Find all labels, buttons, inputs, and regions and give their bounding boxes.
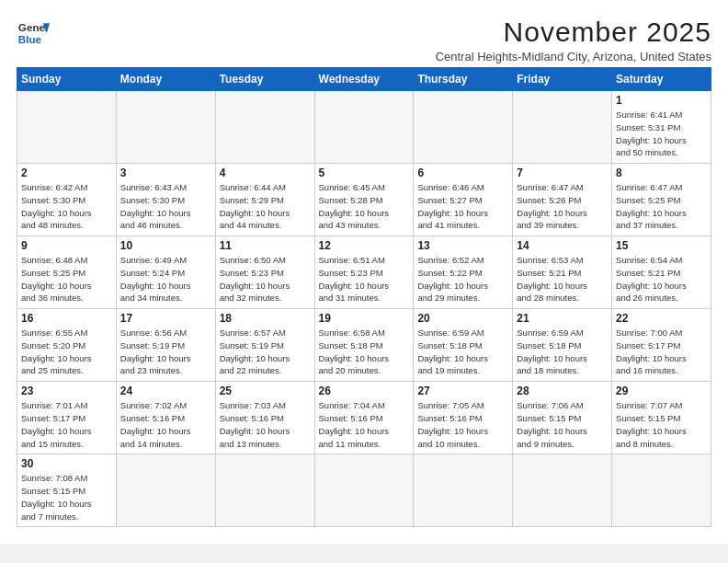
- day-cell: 23Sunrise: 7:01 AM Sunset: 5:17 PM Dayli…: [17, 382, 117, 454]
- day-number: 6: [417, 167, 508, 179]
- day-number: 23: [21, 385, 112, 397]
- day-cell: 8Sunrise: 6:47 AM Sunset: 5:25 PM Daylig…: [612, 164, 711, 236]
- day-info: Sunrise: 6:52 AM Sunset: 5:22 PM Dayligh…: [417, 254, 508, 304]
- week-row-3: 9Sunrise: 6:48 AM Sunset: 5:25 PM Daylig…: [17, 236, 711, 309]
- day-info: Sunrise: 6:47 AM Sunset: 5:26 PM Dayligh…: [517, 181, 608, 232]
- day-number: 9: [21, 239, 112, 252]
- day-info: Sunrise: 7:08 AM Sunset: 5:15 PM Dayligh…: [21, 472, 112, 523]
- day-info: Sunrise: 6:42 AM Sunset: 5:30 PM Dayligh…: [21, 181, 112, 232]
- weekday-header-friday: Friday: [513, 68, 612, 91]
- day-cell: [513, 91, 612, 164]
- page: General Blue November 2025 Central Heigh…: [0, 0, 728, 544]
- weekday-header-saturday: Saturday: [612, 68, 711, 91]
- day-number: 21: [517, 312, 608, 325]
- day-number: 26: [319, 385, 410, 397]
- day-number: 11: [220, 239, 311, 252]
- weekday-header-wednesday: Wednesday: [314, 68, 414, 91]
- day-cell: 9Sunrise: 6:48 AM Sunset: 5:25 PM Daylig…: [17, 236, 117, 309]
- day-info: Sunrise: 7:04 AM Sunset: 5:16 PM Dayligh…: [319, 399, 410, 450]
- day-info: Sunrise: 6:48 AM Sunset: 5:25 PM Dayligh…: [21, 254, 112, 304]
- day-number: 15: [616, 239, 707, 252]
- day-number: 28: [517, 385, 608, 397]
- day-info: Sunrise: 7:02 AM Sunset: 5:16 PM Dayligh…: [120, 399, 211, 450]
- day-cell: 2Sunrise: 6:42 AM Sunset: 5:30 PM Daylig…: [17, 164, 117, 236]
- week-row-4: 16Sunrise: 6:55 AM Sunset: 5:20 PM Dayli…: [17, 309, 711, 382]
- day-info: Sunrise: 6:44 AM Sunset: 5:29 PM Dayligh…: [220, 181, 311, 232]
- day-cell: 5Sunrise: 6:45 AM Sunset: 5:28 PM Daylig…: [314, 164, 414, 236]
- day-number: 25: [220, 385, 311, 397]
- day-cell: 17Sunrise: 6:56 AM Sunset: 5:19 PM Dayli…: [116, 309, 215, 382]
- day-number: 1: [616, 94, 707, 107]
- day-number: 18: [220, 312, 311, 325]
- day-cell: [215, 91, 314, 164]
- day-cell: 14Sunrise: 6:53 AM Sunset: 5:21 PM Dayli…: [513, 236, 612, 309]
- day-cell: [414, 91, 513, 164]
- day-cell: 18Sunrise: 6:57 AM Sunset: 5:19 PM Dayli…: [215, 309, 314, 382]
- day-cell: 13Sunrise: 6:52 AM Sunset: 5:22 PM Dayli…: [414, 236, 513, 309]
- week-row-1: 1Sunrise: 6:41 AM Sunset: 5:31 PM Daylig…: [17, 91, 711, 164]
- day-info: Sunrise: 7:01 AM Sunset: 5:17 PM Dayligh…: [21, 399, 112, 450]
- day-info: Sunrise: 7:03 AM Sunset: 5:16 PM Dayligh…: [220, 399, 311, 450]
- day-info: Sunrise: 6:49 AM Sunset: 5:24 PM Dayligh…: [120, 254, 211, 304]
- day-info: Sunrise: 6:58 AM Sunset: 5:18 PM Dayligh…: [319, 327, 410, 377]
- day-cell: 27Sunrise: 7:05 AM Sunset: 5:16 PM Dayli…: [414, 382, 513, 454]
- day-cell: 25Sunrise: 7:03 AM Sunset: 5:16 PM Dayli…: [215, 382, 314, 454]
- day-number: 24: [120, 385, 211, 397]
- day-info: Sunrise: 6:56 AM Sunset: 5:19 PM Dayligh…: [120, 327, 211, 377]
- day-cell: [314, 454, 414, 527]
- day-cell: 3Sunrise: 6:43 AM Sunset: 5:30 PM Daylig…: [116, 164, 215, 236]
- day-number: 10: [120, 239, 211, 252]
- day-info: Sunrise: 6:41 AM Sunset: 5:31 PM Dayligh…: [616, 109, 707, 159]
- day-cell: 6Sunrise: 6:46 AM Sunset: 5:27 PM Daylig…: [414, 164, 513, 236]
- day-info: Sunrise: 6:50 AM Sunset: 5:23 PM Dayligh…: [220, 254, 311, 304]
- day-number: 8: [616, 167, 707, 179]
- svg-text:Blue: Blue: [18, 33, 42, 45]
- day-number: 19: [319, 312, 410, 325]
- week-row-6: 30Sunrise: 7:08 AM Sunset: 5:15 PM Dayli…: [17, 454, 711, 527]
- day-cell: 21Sunrise: 6:59 AM Sunset: 5:18 PM Dayli…: [513, 309, 612, 382]
- day-cell: 15Sunrise: 6:54 AM Sunset: 5:21 PM Dayli…: [612, 236, 711, 309]
- weekday-header-row: SundayMondayTuesdayWednesdayThursdayFrid…: [17, 68, 711, 91]
- day-info: Sunrise: 6:51 AM Sunset: 5:23 PM Dayligh…: [319, 254, 410, 304]
- day-info: Sunrise: 7:05 AM Sunset: 5:16 PM Dayligh…: [417, 399, 508, 450]
- day-cell: [314, 91, 414, 164]
- day-number: 7: [517, 167, 608, 179]
- week-row-2: 2Sunrise: 6:42 AM Sunset: 5:30 PM Daylig…: [17, 164, 711, 236]
- day-cell: 4Sunrise: 6:44 AM Sunset: 5:29 PM Daylig…: [215, 164, 314, 236]
- calendar-table: SundayMondayTuesdayWednesdayThursdayFrid…: [17, 67, 711, 527]
- weekday-header-monday: Monday: [116, 68, 215, 91]
- logo: General Blue: [17, 17, 50, 50]
- week-row-5: 23Sunrise: 7:01 AM Sunset: 5:17 PM Dayli…: [17, 382, 711, 454]
- day-cell: 28Sunrise: 7:06 AM Sunset: 5:15 PM Dayli…: [513, 382, 612, 454]
- day-number: 20: [417, 312, 508, 325]
- day-cell: 7Sunrise: 6:47 AM Sunset: 5:26 PM Daylig…: [513, 164, 612, 236]
- day-number: 29: [616, 385, 707, 397]
- day-cell: 1Sunrise: 6:41 AM Sunset: 5:31 PM Daylig…: [612, 91, 711, 164]
- day-number: 17: [120, 312, 211, 325]
- day-cell: 10Sunrise: 6:49 AM Sunset: 5:24 PM Dayli…: [116, 236, 215, 309]
- day-cell: [414, 454, 513, 527]
- day-info: Sunrise: 7:06 AM Sunset: 5:15 PM Dayligh…: [517, 399, 608, 450]
- day-cell: 19Sunrise: 6:58 AM Sunset: 5:18 PM Dayli…: [314, 309, 414, 382]
- day-cell: [116, 91, 215, 164]
- weekday-header-sunday: Sunday: [17, 68, 117, 91]
- day-cell: [17, 91, 117, 164]
- day-cell: [215, 454, 314, 527]
- day-info: Sunrise: 6:53 AM Sunset: 5:21 PM Dayligh…: [517, 254, 608, 304]
- day-cell: [513, 454, 612, 527]
- header: General Blue November 2025 Central Heigh…: [17, 17, 711, 63]
- logo-icon: General Blue: [17, 17, 50, 50]
- weekday-header-tuesday: Tuesday: [215, 68, 314, 91]
- day-info: Sunrise: 6:47 AM Sunset: 5:25 PM Dayligh…: [616, 181, 707, 232]
- day-number: 3: [120, 167, 211, 179]
- day-number: 14: [517, 239, 608, 252]
- day-number: 5: [319, 167, 410, 179]
- day-number: 12: [319, 239, 410, 252]
- day-number: 13: [417, 239, 508, 252]
- day-cell: [116, 454, 215, 527]
- day-info: Sunrise: 6:54 AM Sunset: 5:21 PM Dayligh…: [616, 254, 707, 304]
- location-subtitle: Central Heights-Midland City, Arizona, U…: [436, 50, 711, 63]
- day-cell: 12Sunrise: 6:51 AM Sunset: 5:23 PM Dayli…: [314, 236, 414, 309]
- day-info: Sunrise: 6:59 AM Sunset: 5:18 PM Dayligh…: [417, 327, 508, 377]
- day-info: Sunrise: 6:59 AM Sunset: 5:18 PM Dayligh…: [517, 327, 608, 377]
